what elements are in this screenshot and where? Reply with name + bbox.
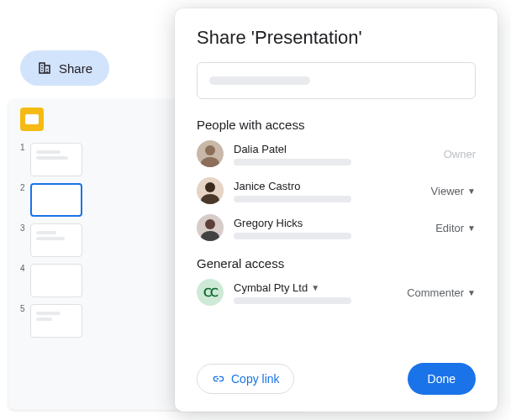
org-subtext-skeleton [234, 297, 351, 304]
avatar [197, 177, 224, 204]
chevron-down-icon: ▼ [467, 186, 476, 196]
org-logo-icon: ⅭⅭ [197, 279, 224, 306]
slide-thumbnail-strip: 1 2 3 4 5 [20, 143, 82, 344]
general-access-heading: General access [197, 256, 476, 270]
person-row: Gregory Hicks Editor ▼ [197, 214, 476, 241]
svg-point-7 [205, 219, 215, 229]
chevron-down-icon: ▼ [467, 223, 476, 233]
svg-point-1 [205, 145, 215, 155]
link-icon [211, 372, 224, 386]
slides-logo-icon [20, 108, 44, 131]
share-pill-button[interactable]: Share [20, 50, 109, 86]
slide-thumbnail[interactable]: 1 [20, 143, 82, 176]
dialog-title: Share 'Presentation' [197, 27, 476, 49]
person-role-dropdown[interactable]: Viewer ▼ [431, 185, 476, 197]
slide-thumbnail[interactable]: 5 [20, 304, 82, 338]
person-row: Dalia Patel Owner [197, 140, 476, 167]
slide-thumbnail[interactable]: 2 [20, 183, 82, 217]
people-with-access-heading: People with access [197, 118, 476, 132]
share-pill-label: Share [59, 61, 92, 76]
chevron-down-icon: ▼ [311, 283, 319, 292]
person-name: Dalia Patel [234, 143, 434, 155]
slide-thumbnail[interactable]: 3 [20, 223, 82, 257]
person-name: Janice Castro [234, 180, 421, 192]
person-row: Janice Castro Viewer ▼ [197, 177, 476, 204]
add-people-input[interactable] [197, 62, 476, 99]
person-name: Gregory Hicks [234, 217, 425, 229]
slide-thumbnail[interactable]: 4 [20, 264, 82, 297]
copy-link-button[interactable]: Copy link [197, 364, 294, 394]
chevron-down-icon: ▼ [467, 288, 476, 297]
avatar [197, 214, 224, 241]
person-subtext-skeleton [234, 233, 351, 239]
general-role-dropdown[interactable]: Commenter ▼ [407, 286, 476, 299]
org-scope-dropdown[interactable]: Cymbal Pty Ltd ▼ [234, 281, 397, 294]
person-role-dropdown[interactable]: Editor ▼ [435, 222, 476, 234]
avatar [197, 140, 224, 167]
person-role: Owner [444, 148, 476, 160]
person-subtext-skeleton [234, 159, 351, 165]
person-subtext-skeleton [234, 196, 351, 202]
general-access-row: ⅭⅭ Cymbal Pty Ltd ▼ Commenter ▼ [197, 279, 476, 306]
building-icon [37, 60, 52, 76]
svg-point-4 [205, 182, 215, 192]
share-dialog: Share 'Presentation' People with access … [175, 8, 498, 412]
done-button[interactable]: Done [408, 363, 476, 395]
input-placeholder-skeleton [209, 76, 310, 85]
